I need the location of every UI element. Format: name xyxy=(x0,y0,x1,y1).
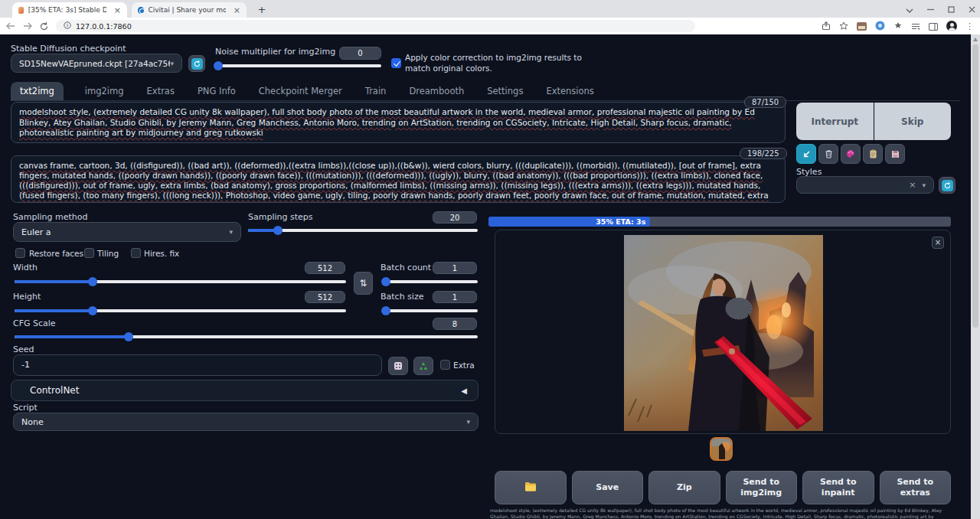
styles-dropdown[interactable]: × ▾ xyxy=(796,176,934,194)
progress-label: 35% ETA: 3s xyxy=(596,217,645,226)
prompt-textarea[interactable]: modelshoot style, (extremely detailed CG… xyxy=(11,102,786,143)
cfg-scale-slider[interactable] xyxy=(15,335,478,338)
reuse-seed-button[interactable] xyxy=(413,357,433,375)
collapse-arrow-icon: ◀ xyxy=(461,387,467,395)
paste-generation-params-button[interactable] xyxy=(796,144,816,164)
script-dropdown[interactable]: None ▾ xyxy=(13,413,479,431)
skip-button[interactable]: Skip xyxy=(874,103,952,140)
gallery-thumbnail[interactable] xyxy=(710,437,733,461)
open-folder-button[interactable] xyxy=(495,471,567,504)
noise-multiplier-slider[interactable] xyxy=(215,64,381,67)
sampling-steps-value[interactable]: 20 xyxy=(433,211,477,224)
reading-list-icon[interactable] xyxy=(911,19,920,34)
noise-multiplier-value[interactable]: 0 xyxy=(339,47,381,60)
interrupt-button[interactable]: Interrupt xyxy=(796,103,874,140)
tab-img2img[interactable]: img2img xyxy=(83,82,126,100)
tab-extras[interactable]: Extras xyxy=(145,82,176,100)
side-panel-icon[interactable] xyxy=(929,19,938,34)
tab-extensions[interactable]: Extensions xyxy=(544,82,595,100)
color-correction-checkbox[interactable] xyxy=(391,58,401,68)
tab-train[interactable]: Train xyxy=(364,82,388,100)
browser-tab-civitai[interactable]: Civitai | Share your models × xyxy=(132,2,247,18)
scrollbar-up-arrow[interactable] xyxy=(973,38,978,41)
tab-dreambooth[interactable]: Dreambooth xyxy=(407,82,466,100)
extra-networks-button[interactable] xyxy=(841,144,861,164)
width-label: Width xyxy=(13,263,38,273)
tab-close-icon[interactable]: × xyxy=(114,5,121,15)
clear-styles-icon[interactable]: × xyxy=(909,180,916,190)
tiling-checkbox[interactable] xyxy=(84,248,94,258)
restore-faces-label: Restore faces xyxy=(29,249,83,258)
bookmark-star-icon[interactable] xyxy=(839,19,848,34)
sampling-steps-slider[interactable] xyxy=(248,229,478,232)
folder-icon xyxy=(524,481,537,495)
tab-png-info[interactable]: PNG Info xyxy=(196,82,237,100)
hires-fix-checkbox[interactable] xyxy=(131,248,141,258)
tab-txt2img[interactable]: txt2img xyxy=(11,82,64,100)
arrow-down-left-icon xyxy=(802,147,811,162)
sampling-method-label: Sampling method xyxy=(13,212,87,222)
zip-button[interactable]: Zip xyxy=(648,471,720,504)
checkpoint-dropdown[interactable]: SD15NewVAEpruned.ckpt [27a4ac756c] ▾ xyxy=(11,54,182,73)
chevron-down-icon: ▾ xyxy=(922,181,926,189)
window-close-icon[interactable] xyxy=(969,2,975,16)
chevron-down-icon[interactable] xyxy=(906,2,913,16)
address-bar[interactable]: 127.0.0.1:7860 xyxy=(56,20,695,32)
script-label: Script xyxy=(13,403,38,413)
send-to-img2img-button[interactable]: Send to img2img xyxy=(726,471,798,504)
window-minimize-icon[interactable] xyxy=(927,2,934,16)
height-label: Height xyxy=(13,292,41,302)
extension-blue-dot-icon[interactable] xyxy=(875,19,885,34)
scrollbar-thumb[interactable] xyxy=(972,44,978,328)
send-to-extras-button[interactable]: Send to extras xyxy=(880,471,952,504)
negative-prompt-text: canvas frame, cartoon, 3d, ((disfigured)… xyxy=(19,161,769,203)
batch-count-value[interactable]: 1 xyxy=(433,262,477,274)
apply-styles-button[interactable] xyxy=(863,144,883,164)
checkpoint-refresh-button[interactable] xyxy=(188,55,205,72)
site-info-icon[interactable] xyxy=(64,21,71,31)
batch-size-value[interactable]: 1 xyxy=(433,291,477,303)
generated-image[interactable] xyxy=(624,235,823,431)
back-icon[interactable] xyxy=(6,22,15,30)
batch-count-slider[interactable] xyxy=(383,280,478,283)
extension-grid-icon[interactable] xyxy=(857,19,867,34)
tab-settings[interactable]: Settings xyxy=(485,82,524,100)
tab-checkpoint-merger[interactable]: Checkpoint Merger xyxy=(257,82,344,100)
controlnet-label: ControlNet xyxy=(30,385,79,396)
extra-seed-checkbox[interactable] xyxy=(440,360,450,370)
cfg-scale-value[interactable]: 8 xyxy=(433,318,477,330)
restore-faces-checkbox[interactable] xyxy=(15,248,25,258)
styles-refresh-button[interactable] xyxy=(939,177,956,194)
clear-prompt-button[interactable] xyxy=(818,144,838,164)
new-tab-button[interactable]: + xyxy=(256,4,268,16)
width-value[interactable]: 512 xyxy=(305,262,345,274)
checkpoint-label: Stable Diffusion checkpoint xyxy=(11,44,126,54)
trash-icon xyxy=(825,147,833,162)
main-tab-nav: txt2img img2img Extras PNG Info Checkpoi… xyxy=(11,82,596,100)
browser-menu-icon[interactable]: ⋮ xyxy=(965,21,974,31)
share-icon[interactable] xyxy=(822,19,831,34)
height-value[interactable]: 512 xyxy=(305,291,345,303)
swap-dimensions-button[interactable]: ⇅ xyxy=(354,272,373,295)
sampling-method-dropdown[interactable]: Euler a ▾ xyxy=(13,222,241,242)
controlnet-accordion[interactable]: ControlNet ◀ xyxy=(11,380,479,401)
tab-close-icon[interactable]: × xyxy=(234,5,240,15)
save-style-button[interactable] xyxy=(885,144,905,164)
send-to-inpaint-button[interactable]: Send to inpaint xyxy=(802,471,874,504)
seed-input[interactable]: -1 xyxy=(13,354,382,376)
browser-tab-stable-diffusion[interactable]: [35% ETA: 3s] Stable Diffusion × xyxy=(12,2,127,18)
close-gallery-icon[interactable]: × xyxy=(932,237,944,249)
window-maximize-icon[interactable] xyxy=(948,2,955,16)
browser-tab-strip: [35% ETA: 3s] Stable Diffusion × Civitai… xyxy=(0,0,980,18)
save-button[interactable]: Save xyxy=(572,471,644,504)
profile-avatar[interactable] xyxy=(946,21,957,31)
page-scrollbar[interactable] xyxy=(971,34,980,519)
extensions-puzzle-icon[interactable] xyxy=(893,19,903,34)
batch-size-slider[interactable] xyxy=(383,309,478,312)
random-seed-button[interactable] xyxy=(388,357,408,375)
reload-icon[interactable] xyxy=(40,22,48,31)
forward-icon[interactable] xyxy=(23,22,32,30)
width-slider[interactable] xyxy=(15,280,346,283)
height-slider[interactable] xyxy=(15,309,346,312)
negative-prompt-textarea[interactable]: canvas frame, cartoon, 3d, ((disfigured)… xyxy=(11,155,786,203)
